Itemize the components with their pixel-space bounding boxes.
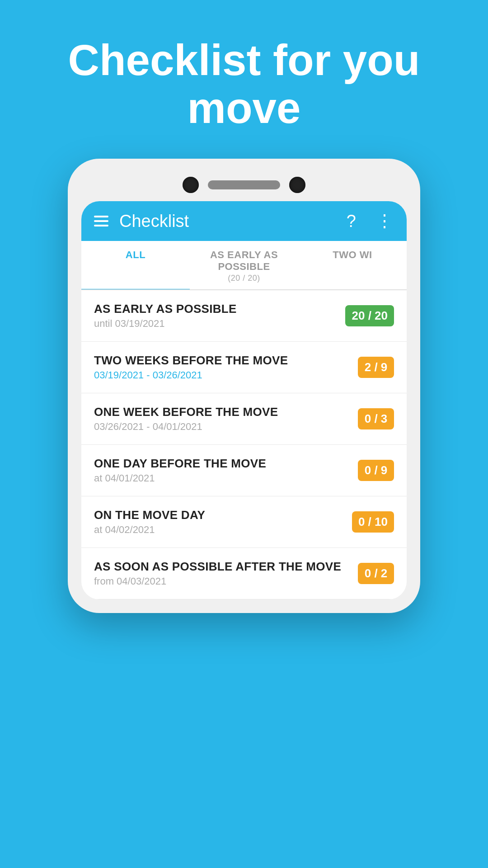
item-title-5: AS SOON AS POSSIBLE AFTER THE MOVE: [94, 560, 358, 574]
list-item[interactable]: AS EARLY AS POSSIBLE until 03/19/2021 20…: [81, 290, 407, 342]
tab-two-weeks[interactable]: TWO WI: [298, 241, 407, 289]
list-item[interactable]: ONE WEEK BEFORE THE MOVE 03/26/2021 - 04…: [81, 393, 407, 445]
app-header: Checklist ? ⋮: [81, 201, 407, 241]
list-item[interactable]: ON THE MOVE DAY at 04/02/2021 0 / 10: [81, 496, 407, 548]
item-subtitle-0: until 03/19/2021: [94, 318, 345, 330]
item-text-5: AS SOON AS POSSIBLE AFTER THE MOVE from …: [94, 560, 358, 587]
item-badge-1: 2 / 9: [358, 357, 394, 378]
tab-early[interactable]: AS EARLY AS POSSIBLE (20 / 20): [190, 241, 298, 289]
item-text-1: TWO WEEKS BEFORE THE MOVE 03/19/2021 - 0…: [94, 354, 358, 381]
page-hero-title: Checklist for you move: [41, 36, 447, 132]
item-text-4: ON THE MOVE DAY at 04/02/2021: [94, 508, 352, 536]
item-subtitle-2: 03/26/2021 - 04/01/2021: [94, 421, 358, 433]
item-text-2: ONE WEEK BEFORE THE MOVE 03/26/2021 - 04…: [94, 405, 358, 433]
item-subtitle-5: from 04/03/2021: [94, 576, 358, 587]
list-item[interactable]: AS SOON AS POSSIBLE AFTER THE MOVE from …: [81, 548, 407, 599]
tab-all-label: ALL: [126, 249, 145, 260]
item-text-3: ONE DAY BEFORE THE MOVE at 04/01/2021: [94, 457, 358, 484]
tab-early-label: AS EARLY AS POSSIBLE: [210, 249, 278, 272]
item-subtitle-1: 03/19/2021 - 03/26/2021: [94, 369, 358, 381]
item-subtitle-3: at 04/01/2021: [94, 472, 358, 484]
item-badge-3: 0 / 9: [358, 460, 394, 481]
item-title-1: TWO WEEKS BEFORE THE MOVE: [94, 354, 358, 368]
tab-early-sub: (20 / 20): [193, 274, 295, 283]
item-title-4: ON THE MOVE DAY: [94, 508, 352, 522]
item-badge-4: 0 / 10: [352, 511, 394, 533]
item-badge-5: 0 / 2: [358, 563, 394, 584]
item-title-3: ONE DAY BEFORE THE MOVE: [94, 457, 358, 471]
item-badge-2: 0 / 3: [358, 408, 394, 429]
tabs-bar: ALL AS EARLY AS POSSIBLE (20 / 20) TWO W…: [81, 241, 407, 290]
item-text-0: AS EARLY AS POSSIBLE until 03/19/2021: [94, 302, 345, 330]
hamburger-menu-button[interactable]: [94, 216, 108, 226]
item-title-0: AS EARLY AS POSSIBLE: [94, 302, 345, 316]
list-item[interactable]: ONE DAY BEFORE THE MOVE at 04/01/2021 0 …: [81, 445, 407, 496]
app-title: Checklist: [119, 212, 336, 231]
phone-top-bar: [81, 172, 407, 201]
item-title-2: ONE WEEK BEFORE THE MOVE: [94, 405, 358, 419]
item-badge-0: 20 / 20: [345, 305, 394, 326]
help-button[interactable]: ?: [347, 212, 356, 231]
tab-two-weeks-label: TWO WI: [333, 249, 372, 260]
app-screen: Checklist ? ⋮ ALL AS EARLY AS POSSIBLE (…: [81, 201, 407, 599]
item-subtitle-4: at 04/02/2021: [94, 524, 352, 536]
more-options-button[interactable]: ⋮: [376, 211, 394, 231]
camera-left-icon: [183, 177, 199, 193]
phone-speaker: [208, 180, 280, 189]
checklist-list: AS EARLY AS POSSIBLE until 03/19/2021 20…: [81, 290, 407, 599]
camera-right-icon: [289, 177, 305, 193]
tab-all[interactable]: ALL: [81, 241, 190, 289]
list-item[interactable]: TWO WEEKS BEFORE THE MOVE 03/19/2021 - 0…: [81, 342, 407, 393]
phone-mockup: Checklist ? ⋮ ALL AS EARLY AS POSSIBLE (…: [68, 159, 420, 613]
